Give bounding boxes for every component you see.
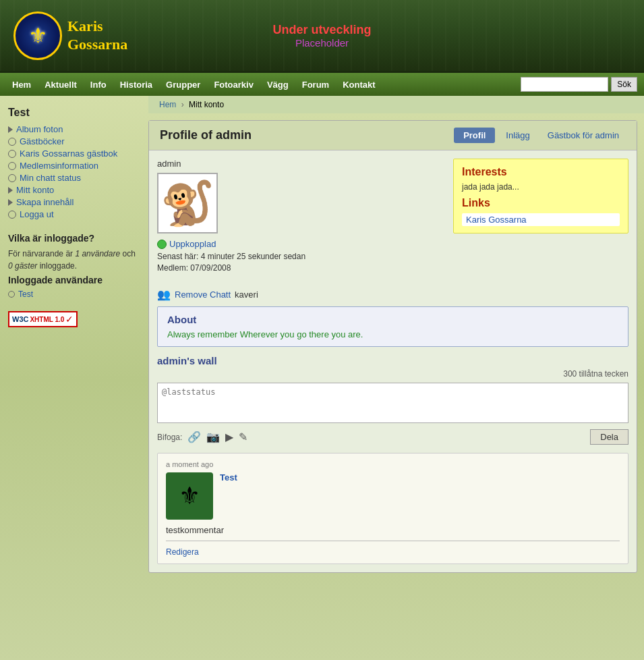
site-title-line1: Karis bbox=[67, 18, 127, 35]
member-since: Medlem: 07/09/2008 bbox=[157, 263, 445, 273]
about-title: About bbox=[167, 314, 618, 325]
search-input[interactable] bbox=[521, 77, 608, 92]
search-button[interactable]: Sök bbox=[611, 77, 637, 92]
online-text: Uppkopplad bbox=[169, 239, 216, 249]
wall-toolbar: Bifoga: 🔗 📷 ▶ ✎ Dela bbox=[157, 429, 628, 445]
online-dot-icon bbox=[157, 240, 167, 249]
camera-icon[interactable]: 📷 bbox=[206, 431, 220, 443]
sidebar-item-skapa[interactable]: Skapa innehåll bbox=[8, 197, 140, 207]
nav-historia[interactable]: Historia bbox=[113, 74, 159, 95]
header-status: Under utveckling Placeholder bbox=[272, 23, 371, 49]
online-status: Uppkopplad bbox=[157, 239, 445, 249]
sidebar-item-album[interactable]: Album foton bbox=[8, 124, 140, 134]
profile-tabs: Profil Inlägg Gästbok för admin bbox=[454, 128, 626, 143]
profile-left: admin 🐒 Uppkopplad Senast här: 4 minuter… bbox=[157, 159, 445, 275]
placeholder-text: Placeholder bbox=[272, 37, 371, 49]
wall-post-time: a moment ago bbox=[166, 460, 620, 468]
avatar-image: 🐒 bbox=[160, 178, 214, 229]
links-title: Links bbox=[462, 197, 620, 209]
logged-in-user-link[interactable]: Test bbox=[18, 290, 33, 299]
breadcrumb: Hem › Mitt konto bbox=[148, 96, 644, 113]
content-wrapper: Test Album foton Gästböcker Karis Gossar… bbox=[0, 96, 644, 660]
tab-gastbok[interactable]: Gästbok för admin bbox=[541, 128, 626, 143]
logged-in-user: Test bbox=[8, 290, 140, 299]
nav-info[interactable]: Info bbox=[84, 74, 113, 95]
w3c-badge: W3C XHTML 1.0 ✓ bbox=[8, 311, 78, 327]
nav-links: Hem Aktuellt Info Historia Grupper Fotoa… bbox=[0, 74, 521, 95]
sidebar-item-gastbocker[interactable]: Gästböcker bbox=[8, 136, 140, 146]
main-content: Hem › Mitt konto Profile of admin Profil… bbox=[148, 96, 644, 660]
attach-label: Bifoga: bbox=[157, 433, 182, 442]
profile-body: admin 🐒 Uppkopplad Senast här: 4 minuter… bbox=[149, 150, 637, 283]
wall-post-content: Test bbox=[220, 472, 237, 483]
nav-aktuellt[interactable]: Aktuellt bbox=[38, 74, 84, 95]
who-online-and: och bbox=[120, 249, 136, 258]
wall-post-username[interactable]: Test bbox=[220, 472, 237, 483]
w3c-text: W3C bbox=[12, 315, 28, 323]
sidebar-title: Test bbox=[8, 107, 140, 119]
main-inner: Profile of admin Profil Inlägg Gästbok f… bbox=[148, 120, 637, 573]
about-text: Always remember Wherever you go there yo… bbox=[167, 329, 618, 339]
logged-in-title: Inloggade användare bbox=[8, 275, 140, 285]
interests-text: jada jada jada... bbox=[462, 182, 620, 192]
wall-post-comment: testkommentar bbox=[166, 525, 620, 535]
who-online-users: 1 användare bbox=[75, 249, 120, 258]
xhtml-text: XHTML 1.0 bbox=[30, 316, 64, 323]
nav-hem[interactable]: Hem bbox=[5, 74, 38, 95]
info-box: Interests jada jada jada... Links Karis … bbox=[453, 159, 628, 233]
who-online-title: Vilka är inloggade? bbox=[8, 233, 140, 244]
wall-post-edit-link[interactable]: Redigera bbox=[166, 547, 199, 557]
wall-post: a moment ago ⚜ Test testkommentar Redige… bbox=[157, 453, 628, 564]
nav-vagg[interactable]: Vägg bbox=[260, 74, 295, 95]
who-online-suffix: inloggade. bbox=[37, 261, 77, 271]
nav-fotoarkiv[interactable]: Fotoarkiv bbox=[207, 74, 260, 95]
remove-chatt-link[interactable]: Remove Chatt bbox=[175, 290, 231, 300]
play-icon[interactable]: ▶ bbox=[225, 431, 233, 443]
navigation-bar: Hem Aktuellt Info Historia Grupper Fotoa… bbox=[0, 73, 644, 96]
wall-counter: 300 tillåtna tecken bbox=[157, 369, 628, 379]
chatt-icon: 👥 bbox=[157, 288, 171, 301]
nav-kontakt[interactable]: Kontakt bbox=[336, 74, 382, 95]
sidebar: Test Album foton Gästböcker Karis Gossar… bbox=[0, 96, 148, 660]
link-icon[interactable]: 🔗 bbox=[187, 431, 201, 443]
site-title: Karis Gossarna bbox=[67, 18, 127, 53]
sidebar-item-logga-ut[interactable]: Logga ut bbox=[8, 209, 140, 219]
profile-username: admin bbox=[157, 159, 445, 169]
dela-button[interactable]: Dela bbox=[590, 429, 628, 445]
profile-title: Profile of admin bbox=[160, 128, 252, 142]
about-box: About Always remember Wherever you go th… bbox=[157, 306, 628, 347]
sidebar-item-mitt-konto[interactable]: Mitt konto bbox=[8, 185, 140, 195]
breadcrumb-home[interactable]: Hem bbox=[159, 100, 176, 109]
profile-right: Interests jada jada jada... Links Karis … bbox=[453, 159, 628, 275]
avatar: 🐒 bbox=[157, 173, 218, 233]
sidebar-item-medlemsinfo[interactable]: Medlemsinformation bbox=[8, 161, 140, 171]
tab-inlagg[interactable]: Inlägg bbox=[499, 128, 536, 143]
checkmark-icon: ✓ bbox=[65, 314, 74, 325]
who-online-prefix: För närvarande är bbox=[8, 249, 75, 258]
breadcrumb-current: Mitt konto bbox=[189, 100, 224, 109]
sidebar-menu: Album foton Gästböcker Karis Gossarnas g… bbox=[8, 124, 140, 219]
edit-icon[interactable]: ✎ bbox=[239, 431, 247, 443]
wall-section: admin's wall 300 tillåtna tecken Bifoga:… bbox=[149, 355, 637, 572]
wall-title: admin's wall bbox=[157, 355, 628, 366]
who-online-guests: 0 gäster bbox=[8, 261, 37, 271]
search-area: Sök bbox=[521, 77, 644, 92]
links-item-0[interactable]: Karis Gossarna bbox=[462, 213, 620, 226]
header: ⚜ Karis Gossarna Under utveckling Placeh… bbox=[0, 0, 644, 73]
wall-post-avatar: ⚜ bbox=[166, 472, 213, 520]
breadcrumb-separator: › bbox=[181, 100, 184, 109]
nav-forum[interactable]: Forum bbox=[295, 74, 336, 95]
wall-input[interactable] bbox=[157, 383, 628, 423]
sidebar-item-chatt[interactable]: Min chatt status bbox=[8, 173, 140, 183]
sidebar-item-karis-gastbok[interactable]: Karis Gossarnas gästbok bbox=[8, 148, 140, 159]
post-divider bbox=[166, 541, 620, 541]
site-title-line2: Gossarna bbox=[67, 36, 127, 53]
last-seen: Senast här: 4 minuter 25 sekunder sedan bbox=[157, 252, 445, 261]
under-utveckling-text: Under utveckling bbox=[272, 23, 371, 37]
kaveri-text: kaveri bbox=[235, 290, 258, 300]
logo-area: ⚜ Karis Gossarna bbox=[13, 11, 127, 60]
wall-post-user: ⚜ Test bbox=[166, 472, 620, 520]
tab-profil[interactable]: Profil bbox=[454, 128, 495, 143]
profile-header: Profile of admin Profil Inlägg Gästbok f… bbox=[149, 121, 637, 150]
nav-grupper[interactable]: Grupper bbox=[159, 74, 207, 95]
